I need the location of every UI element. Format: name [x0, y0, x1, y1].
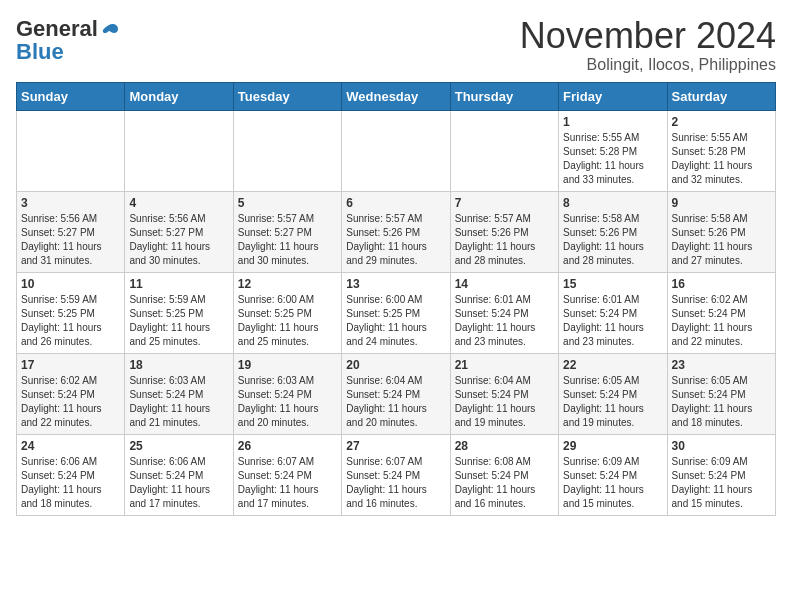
day-number: 27 — [346, 439, 445, 453]
calendar-cell: 9Sunrise: 5:58 AMSunset: 5:26 PMDaylight… — [667, 191, 775, 272]
day-info: Sunrise: 6:03 AMSunset: 5:24 PMDaylight:… — [238, 374, 337, 430]
calendar-cell: 3Sunrise: 5:56 AMSunset: 5:27 PMDaylight… — [17, 191, 125, 272]
day-number: 23 — [672, 358, 771, 372]
calendar-cell: 25Sunrise: 6:06 AMSunset: 5:24 PMDayligh… — [125, 434, 233, 515]
day-info: Sunrise: 5:55 AMSunset: 5:28 PMDaylight:… — [672, 131, 771, 187]
calendar-week-2: 3Sunrise: 5:56 AMSunset: 5:27 PMDaylight… — [17, 191, 776, 272]
day-number: 13 — [346, 277, 445, 291]
calendar-cell: 22Sunrise: 6:05 AMSunset: 5:24 PMDayligh… — [559, 353, 667, 434]
day-number: 11 — [129, 277, 228, 291]
day-number: 17 — [21, 358, 120, 372]
day-info: Sunrise: 5:55 AMSunset: 5:28 PMDaylight:… — [563, 131, 662, 187]
calendar-cell: 5Sunrise: 5:57 AMSunset: 5:27 PMDaylight… — [233, 191, 341, 272]
calendar-cell — [342, 110, 450, 191]
logo-general: General — [16, 16, 98, 41]
calendar-cell: 28Sunrise: 6:08 AMSunset: 5:24 PMDayligh… — [450, 434, 558, 515]
calendar-cell: 7Sunrise: 5:57 AMSunset: 5:26 PMDaylight… — [450, 191, 558, 272]
day-number: 29 — [563, 439, 662, 453]
day-info: Sunrise: 6:05 AMSunset: 5:24 PMDaylight:… — [563, 374, 662, 430]
calendar-week-3: 10Sunrise: 5:59 AMSunset: 5:25 PMDayligh… — [17, 272, 776, 353]
weekday-header-wednesday: Wednesday — [342, 82, 450, 110]
day-info: Sunrise: 5:58 AMSunset: 5:26 PMDaylight:… — [672, 212, 771, 268]
calendar-cell: 4Sunrise: 5:56 AMSunset: 5:27 PMDaylight… — [125, 191, 233, 272]
calendar-cell: 23Sunrise: 6:05 AMSunset: 5:24 PMDayligh… — [667, 353, 775, 434]
day-number: 3 — [21, 196, 120, 210]
day-info: Sunrise: 5:57 AMSunset: 5:26 PMDaylight:… — [455, 212, 554, 268]
page-header: General Blue November 2024 Bolingit, Ilo… — [16, 16, 776, 74]
weekday-header-sunday: Sunday — [17, 82, 125, 110]
day-info: Sunrise: 5:57 AMSunset: 5:26 PMDaylight:… — [346, 212, 445, 268]
calendar-cell: 6Sunrise: 5:57 AMSunset: 5:26 PMDaylight… — [342, 191, 450, 272]
day-number: 24 — [21, 439, 120, 453]
calendar-cell: 8Sunrise: 5:58 AMSunset: 5:26 PMDaylight… — [559, 191, 667, 272]
day-number: 16 — [672, 277, 771, 291]
day-info: Sunrise: 6:07 AMSunset: 5:24 PMDaylight:… — [238, 455, 337, 511]
calendar-cell: 24Sunrise: 6:06 AMSunset: 5:24 PMDayligh… — [17, 434, 125, 515]
calendar-cell: 2Sunrise: 5:55 AMSunset: 5:28 PMDaylight… — [667, 110, 775, 191]
day-number: 25 — [129, 439, 228, 453]
calendar-table: SundayMondayTuesdayWednesdayThursdayFrid… — [16, 82, 776, 516]
calendar-week-5: 24Sunrise: 6:06 AMSunset: 5:24 PMDayligh… — [17, 434, 776, 515]
day-info: Sunrise: 6:06 AMSunset: 5:24 PMDaylight:… — [129, 455, 228, 511]
calendar-cell: 30Sunrise: 6:09 AMSunset: 5:24 PMDayligh… — [667, 434, 775, 515]
calendar-cell: 26Sunrise: 6:07 AMSunset: 5:24 PMDayligh… — [233, 434, 341, 515]
day-number: 12 — [238, 277, 337, 291]
day-number: 19 — [238, 358, 337, 372]
calendar-cell: 10Sunrise: 5:59 AMSunset: 5:25 PMDayligh… — [17, 272, 125, 353]
day-info: Sunrise: 6:04 AMSunset: 5:24 PMDaylight:… — [455, 374, 554, 430]
day-number: 5 — [238, 196, 337, 210]
day-info: Sunrise: 6:08 AMSunset: 5:24 PMDaylight:… — [455, 455, 554, 511]
calendar-cell: 18Sunrise: 6:03 AMSunset: 5:24 PMDayligh… — [125, 353, 233, 434]
calendar-cell: 13Sunrise: 6:00 AMSunset: 5:25 PMDayligh… — [342, 272, 450, 353]
calendar-cell — [17, 110, 125, 191]
calendar-week-4: 17Sunrise: 6:02 AMSunset: 5:24 PMDayligh… — [17, 353, 776, 434]
day-info: Sunrise: 6:09 AMSunset: 5:24 PMDaylight:… — [672, 455, 771, 511]
weekday-header-monday: Monday — [125, 82, 233, 110]
day-info: Sunrise: 6:02 AMSunset: 5:24 PMDaylight:… — [672, 293, 771, 349]
day-info: Sunrise: 5:59 AMSunset: 5:25 PMDaylight:… — [21, 293, 120, 349]
day-number: 30 — [672, 439, 771, 453]
weekday-header-friday: Friday — [559, 82, 667, 110]
day-info: Sunrise: 6:06 AMSunset: 5:24 PMDaylight:… — [21, 455, 120, 511]
day-number: 4 — [129, 196, 228, 210]
day-number: 1 — [563, 115, 662, 129]
calendar-cell: 16Sunrise: 6:02 AMSunset: 5:24 PMDayligh… — [667, 272, 775, 353]
day-info: Sunrise: 5:57 AMSunset: 5:27 PMDaylight:… — [238, 212, 337, 268]
calendar-cell: 14Sunrise: 6:01 AMSunset: 5:24 PMDayligh… — [450, 272, 558, 353]
day-info: Sunrise: 5:58 AMSunset: 5:26 PMDaylight:… — [563, 212, 662, 268]
logo-bird-icon — [98, 21, 120, 43]
day-number: 10 — [21, 277, 120, 291]
calendar-cell: 12Sunrise: 6:00 AMSunset: 5:25 PMDayligh… — [233, 272, 341, 353]
day-number: 6 — [346, 196, 445, 210]
calendar-cell — [233, 110, 341, 191]
calendar-cell: 27Sunrise: 6:07 AMSunset: 5:24 PMDayligh… — [342, 434, 450, 515]
day-number: 8 — [563, 196, 662, 210]
day-number: 21 — [455, 358, 554, 372]
calendar-cell — [125, 110, 233, 191]
day-info: Sunrise: 6:07 AMSunset: 5:24 PMDaylight:… — [346, 455, 445, 511]
day-info: Sunrise: 5:56 AMSunset: 5:27 PMDaylight:… — [129, 212, 228, 268]
day-info: Sunrise: 6:01 AMSunset: 5:24 PMDaylight:… — [455, 293, 554, 349]
location-subtitle: Bolingit, Ilocos, Philippines — [520, 56, 776, 74]
day-info: Sunrise: 6:04 AMSunset: 5:24 PMDaylight:… — [346, 374, 445, 430]
weekday-header-saturday: Saturday — [667, 82, 775, 110]
day-info: Sunrise: 6:00 AMSunset: 5:25 PMDaylight:… — [346, 293, 445, 349]
day-info: Sunrise: 5:59 AMSunset: 5:25 PMDaylight:… — [129, 293, 228, 349]
day-info: Sunrise: 5:56 AMSunset: 5:27 PMDaylight:… — [21, 212, 120, 268]
day-info: Sunrise: 6:00 AMSunset: 5:25 PMDaylight:… — [238, 293, 337, 349]
calendar-cell: 1Sunrise: 5:55 AMSunset: 5:28 PMDaylight… — [559, 110, 667, 191]
calendar-cell: 20Sunrise: 6:04 AMSunset: 5:24 PMDayligh… — [342, 353, 450, 434]
day-number: 26 — [238, 439, 337, 453]
day-info: Sunrise: 6:09 AMSunset: 5:24 PMDaylight:… — [563, 455, 662, 511]
day-info: Sunrise: 6:02 AMSunset: 5:24 PMDaylight:… — [21, 374, 120, 430]
day-number: 15 — [563, 277, 662, 291]
calendar-cell — [450, 110, 558, 191]
day-number: 2 — [672, 115, 771, 129]
logo: General Blue — [16, 16, 120, 65]
day-number: 22 — [563, 358, 662, 372]
calendar-cell: 21Sunrise: 6:04 AMSunset: 5:24 PMDayligh… — [450, 353, 558, 434]
day-info: Sunrise: 6:01 AMSunset: 5:24 PMDaylight:… — [563, 293, 662, 349]
day-number: 14 — [455, 277, 554, 291]
weekday-header-tuesday: Tuesday — [233, 82, 341, 110]
day-number: 9 — [672, 196, 771, 210]
